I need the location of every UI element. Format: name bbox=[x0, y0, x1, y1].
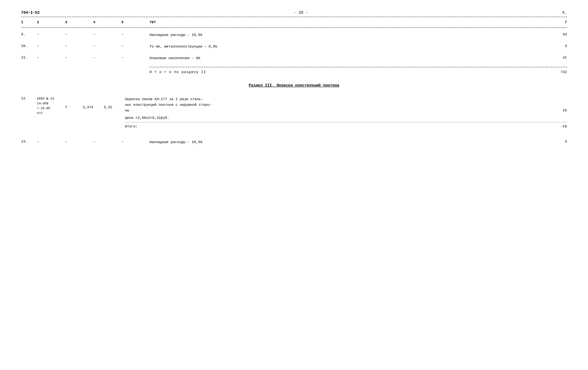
row-10-col2: – bbox=[37, 44, 65, 48]
table-row: I0. – – – – То же, металлоконструкции – … bbox=[21, 41, 567, 53]
col-header-6: ?6? bbox=[149, 20, 546, 24]
table-row: II. – – – – Плановые накопления – 6% 4I bbox=[21, 53, 567, 64]
row-10-val: 3 bbox=[546, 44, 567, 48]
row-12-inner-dashed bbox=[125, 122, 567, 122]
row-9-col2: – bbox=[37, 33, 65, 36]
row-12-itogo-area: Итого: –I8 bbox=[125, 124, 567, 129]
row-11-col4: – bbox=[93, 56, 121, 60]
row-12-price-line: Цена =2,66х2=5,32руб. bbox=[125, 115, 567, 121]
row-12-itogo-val: –I8 bbox=[546, 124, 567, 129]
table-row: 9. – – – – Накладные расходы – I6,5% 93 bbox=[21, 29, 567, 41]
doc-number: 704–I–52 bbox=[21, 11, 40, 15]
row-9-num: 9. bbox=[21, 33, 37, 36]
row-12-quantity: 3,374 bbox=[83, 97, 104, 109]
row-12-desc-area: Окраска лаком АЛ–I77 за 2 раза сталь– ны… bbox=[125, 97, 567, 129]
section3-title: Раздел III. Окраска конструкций понтона bbox=[21, 83, 567, 88]
table-row: I2. ЕРЕР № I4 I4–398 т.22–65 к=2 Т 3,374… bbox=[21, 93, 567, 133]
row-10-col4: – bbox=[93, 44, 121, 48]
itogo-label: И т о г о по разделу II bbox=[149, 70, 546, 74]
page-number: 5. bbox=[562, 11, 567, 15]
col-header-1: I bbox=[21, 20, 37, 24]
itogo-row: И т о г о по разделу II 732 bbox=[21, 68, 567, 76]
row-9-col4: – bbox=[93, 33, 121, 36]
col-header-2: 2 bbox=[37, 20, 65, 24]
row-11-desc: Плановые накопления – 6% bbox=[149, 56, 546, 61]
row-13-val: 3 bbox=[546, 140, 567, 144]
row-10-desc: То же, металлоконструкции – 8,3% bbox=[149, 44, 546, 49]
row-9-desc: Накладные расходы – I6,5% bbox=[149, 33, 546, 38]
row-12-desc-3: ны bbox=[125, 108, 546, 113]
row-11-num: II. bbox=[21, 56, 37, 60]
header-bottom-dashed-line bbox=[21, 27, 567, 28]
col-header-3: 3 bbox=[65, 20, 93, 24]
row-10-num: I0. bbox=[21, 44, 37, 48]
col-header-4: 4 bbox=[93, 20, 121, 24]
row-12-unit: Т bbox=[65, 97, 83, 109]
page-center: - 28 - bbox=[294, 11, 308, 15]
row-13-col3: – bbox=[65, 140, 93, 144]
row-10-col3: – bbox=[65, 44, 93, 48]
itogo-val: 732 bbox=[546, 70, 567, 74]
itogo-divider-area bbox=[21, 64, 567, 68]
row-12-ref: ЕРЕР № I4 I4–398 т.22–65 к=2 bbox=[37, 97, 65, 115]
row-12-desc-1: Окраска лаком АЛ–I77 за 2 раза сталь– bbox=[125, 97, 567, 102]
row-11-val: 4I bbox=[546, 56, 567, 60]
page-header: 704–I–52 - 28 - 5. bbox=[21, 11, 567, 15]
row-12-desc-val: I8 bbox=[546, 108, 567, 113]
row-12-price: 5,32 bbox=[104, 97, 125, 109]
row-10-col5: – bbox=[121, 44, 149, 48]
table-row: I3. – – – – Накладные расходы – I6,5% 3 bbox=[21, 136, 567, 148]
row-11-col2: – bbox=[37, 56, 65, 60]
row-12-itogo-label: Итого: bbox=[125, 124, 546, 129]
row-13-col2: – bbox=[37, 140, 65, 144]
row-9-val: 93 bbox=[546, 33, 567, 36]
top-dashed-line bbox=[21, 17, 567, 17]
row-13-desc: Накладные расходы – I6,5% bbox=[149, 140, 546, 145]
row-11-col3: – bbox=[65, 56, 93, 60]
table-header-row: I 2 3 4 5 ?6? 7 bbox=[21, 19, 567, 26]
row-11-col5: – bbox=[121, 56, 149, 60]
row-12-num: I2. bbox=[21, 97, 37, 100]
row-12-desc-2: ных конструкций понтона с наружной сторо… bbox=[125, 102, 567, 108]
row-9-col3: – bbox=[65, 33, 93, 36]
col-header-7: 7 bbox=[546, 20, 567, 24]
row-9-col5: – bbox=[121, 33, 149, 36]
row-13-col4: – bbox=[93, 140, 121, 144]
row-13-col5: – bbox=[121, 140, 149, 144]
row-13-num: I3. bbox=[21, 140, 37, 144]
col-header-5: 5 bbox=[121, 20, 149, 24]
